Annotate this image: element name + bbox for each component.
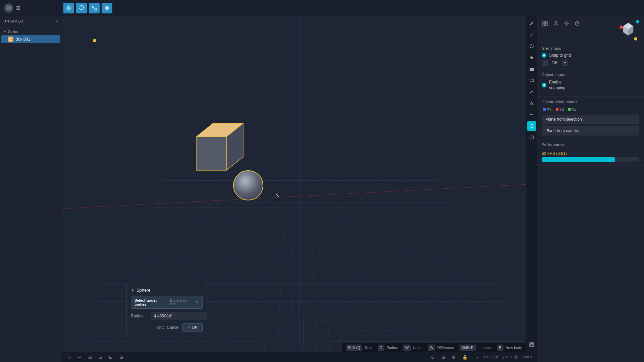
shortcut-label-intersect: Intersect xyxy=(478,346,492,350)
measure-tool[interactable] xyxy=(527,110,536,119)
box001-label: Box.001 xyxy=(15,37,30,42)
settings-icon[interactable] xyxy=(562,19,571,27)
fps-label: 60 FPS (0:61) xyxy=(542,151,639,156)
sphere-handle-dot xyxy=(93,39,96,42)
svg-rect-30 xyxy=(545,24,547,26)
more-vb-btn[interactable]: ··· xyxy=(473,354,479,360)
grid-view-icon[interactable] xyxy=(541,19,549,27)
svg-point-31 xyxy=(555,21,557,23)
app-logo-area: ⊞ xyxy=(4,3,20,13)
box-3d-svg xyxy=(183,107,250,174)
enable-snapping-row: Enablesnapping xyxy=(542,79,639,91)
svg-point-12 xyxy=(531,57,532,58)
svg-rect-26 xyxy=(530,345,533,346)
performance-more-btn[interactable]: ··· xyxy=(636,143,639,148)
sphere-tool-active[interactable] xyxy=(527,121,536,131)
axis-tab-xy[interactable]: XY xyxy=(542,107,553,112)
plane-from-selection-btn[interactable]: Plane from selection xyxy=(542,115,639,124)
rotate-tool-btn[interactable] xyxy=(76,3,87,13)
viewport[interactable]: ↖ ▼ Sphere Select target bodies to cut o… xyxy=(62,16,537,362)
line-tool[interactable] xyxy=(527,30,536,40)
sphere-3d xyxy=(233,170,263,200)
more-options-icon[interactable]: ··· xyxy=(51,19,54,23)
layout-icon[interactable]: ⊞ xyxy=(16,5,20,11)
scale-tool-btn[interactable] xyxy=(89,3,100,13)
layers-tool[interactable] xyxy=(527,64,536,74)
axis-tab-xz[interactable]: XZ xyxy=(567,107,578,112)
move-vb-btn[interactable]: ⊹ xyxy=(66,354,72,360)
axis-tab-xz-color xyxy=(568,108,571,111)
redo-vb-btn[interactable]: ⊞ xyxy=(87,354,93,360)
right-panel-header xyxy=(537,16,644,43)
snap-to-grid-radio[interactable] xyxy=(542,53,546,58)
svg-rect-29 xyxy=(543,24,545,26)
svg-rect-16 xyxy=(530,79,533,82)
object-snaps-section: Object snaps Enablesnapping xyxy=(537,69,644,97)
select-target-label: Select target bodies xyxy=(135,298,168,306)
dialog-header: ▼ Sphere xyxy=(131,288,203,293)
dialog-collapse-btn[interactable]: ▼ xyxy=(131,288,135,292)
enable-snapping-radio[interactable] xyxy=(542,83,546,87)
cylinder-tool[interactable] xyxy=(527,133,536,142)
transform-tool-btn[interactable] xyxy=(102,3,112,13)
align-vb-btn[interactable]: ⊞ xyxy=(118,354,124,360)
snap-minus-btn[interactable]: − xyxy=(542,60,548,66)
snap-settings-btn[interactable]: ⊙ xyxy=(430,354,436,360)
plane-from-camera-btn[interactable]: Plane from camera xyxy=(542,126,639,135)
shortcut-key-difference: W xyxy=(428,345,435,351)
construction-planes-section: Construction planes XY YZ XZ Plane from … xyxy=(537,97,644,139)
view-settings-btn[interactable]: ⊕ xyxy=(450,354,457,360)
coord-x: x:12.72米 xyxy=(483,355,499,360)
grid-snaps-section: Grid snaps Snap to grid − 1米 + xyxy=(537,43,644,69)
axis-tab-yz-color xyxy=(556,108,558,111)
radius-field: Radius xyxy=(131,312,203,320)
undo-vb-btn[interactable]: ↩ xyxy=(76,354,83,360)
nav-cube-container[interactable] xyxy=(618,19,640,41)
shortcut-intersect: Shift+E Intersect xyxy=(460,345,492,351)
grid-vb-btn[interactable]: ⊟ xyxy=(108,354,114,360)
select-target-btn[interactable]: Select target bodies to cut or join into… xyxy=(131,296,203,309)
cut-tool[interactable] xyxy=(527,99,536,108)
shortcut-key-newbody: B xyxy=(497,345,503,351)
user-icon[interactable] xyxy=(552,19,560,27)
snap-to-grid-label: Snap to grid xyxy=(549,53,571,58)
save-tool[interactable] xyxy=(527,340,536,349)
solids-section-header[interactable]: ▼ Solids xyxy=(0,28,62,35)
rect-tool[interactable] xyxy=(527,76,536,85)
grid-settings-btn[interactable]: ⊞ xyxy=(440,354,446,360)
coord-z: +0:0米 xyxy=(522,355,533,360)
select-target-close[interactable]: ✕ xyxy=(196,300,199,305)
shortcut-key-intersect: Shift+E xyxy=(460,345,476,351)
snap-plus-btn[interactable]: + xyxy=(562,60,568,66)
circle-tool[interactable] xyxy=(527,42,536,51)
lock-btn[interactable]: 🔒 xyxy=(461,354,469,360)
tree-item-box001[interactable]: Box.001 xyxy=(1,35,60,43)
fps-bar xyxy=(542,157,615,162)
axis-tab-yz[interactable]: YZ xyxy=(554,107,566,112)
collapse-icon[interactable]: ∧ xyxy=(56,19,58,23)
pencil-tool[interactable] xyxy=(527,19,536,28)
shortcut-key-union: W xyxy=(403,345,411,351)
sidebar-header: UNSAVED ··· ∧ xyxy=(0,16,62,26)
snap-vb-btn[interactable]: ⊡ xyxy=(97,354,104,360)
object-snaps-title: Object snaps xyxy=(542,73,639,77)
coords-display: x:12.72米 y:12.75米 +0:0米 xyxy=(483,355,533,360)
svg-point-10 xyxy=(530,45,533,48)
app-icon[interactable] xyxy=(4,3,13,13)
curve-tool[interactable] xyxy=(527,87,536,97)
grid-snaps-title: Grid snaps xyxy=(542,46,639,50)
shortcut-label-slice: Slice xyxy=(364,346,372,350)
ellipse-tool[interactable] xyxy=(527,53,536,62)
coord-y: y:12.75米 xyxy=(502,355,518,360)
axis-tab-xy-color xyxy=(543,108,546,111)
viewport-right-toolbar xyxy=(526,16,537,352)
plane-buttons: Plane from selection Plane from camera xyxy=(542,115,639,135)
cancel-btn[interactable]: Cancel xyxy=(167,325,179,330)
ok-btn[interactable]: ✓ OK xyxy=(182,323,203,331)
svg-point-20 xyxy=(530,136,533,137)
performance-header: Performance ··· xyxy=(542,142,639,149)
clock-icon[interactable] xyxy=(573,19,581,27)
nav-cube-svg xyxy=(618,19,638,40)
move-tool-btn[interactable] xyxy=(63,3,74,13)
radius-input[interactable] xyxy=(151,312,207,320)
